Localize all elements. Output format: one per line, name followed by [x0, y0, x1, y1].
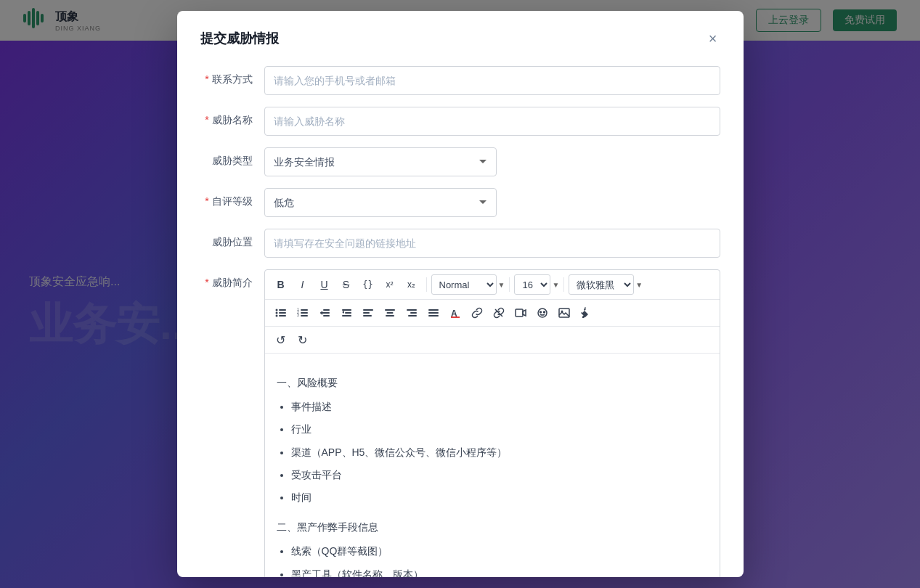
- svg-point-9: [275, 312, 277, 314]
- list-item: 受攻击平台: [291, 466, 708, 484]
- threat-location-input[interactable]: [264, 229, 720, 258]
- svg-rect-12: [301, 312, 308, 314]
- svg-text:3: 3: [297, 313, 299, 317]
- insert-emoji-button[interactable]: [532, 303, 553, 323]
- ordered-list-button[interactable]: 123: [293, 303, 313, 323]
- editor-toolbar-row2: 123: [265, 300, 720, 327]
- threat-intro-label: 威胁简介: [200, 269, 253, 290]
- editor-toolbar-row3: ↺ ↻: [265, 327, 720, 354]
- threat-intro-row: 威胁简介 B I U S {} x² x₂ Normal Heading 1 H…: [200, 269, 720, 577]
- svg-rect-22: [342, 315, 351, 317]
- svg-rect-27: [386, 312, 393, 314]
- svg-rect-17: [323, 309, 330, 311]
- list-item: 渠道（APP、H5、微信公众号、微信小程序等）: [291, 444, 708, 462]
- list-item: 时间: [291, 489, 708, 507]
- superscript-button[interactable]: x²: [380, 274, 400, 295]
- svg-rect-26: [385, 309, 395, 311]
- threat-type-select[interactable]: 业务安全情报 漏洞情报 APT情报 恶意软件: [264, 147, 497, 176]
- list-item: 行业: [291, 420, 708, 438]
- svg-point-40: [540, 311, 541, 313]
- threat-name-label: 威胁名称: [200, 107, 253, 127]
- editor-toolbar-row1: B I U S {} x² x₂ Normal Heading 1 Headin…: [265, 270, 720, 300]
- svg-rect-13: [301, 315, 308, 317]
- toolbar-separator-1: [426, 277, 427, 292]
- svg-point-41: [543, 311, 545, 313]
- threat-type-label: 威胁类型: [200, 147, 253, 168]
- section1-title: 一、风险概要: [277, 374, 708, 392]
- insert-image-button[interactable]: [554, 303, 574, 323]
- svg-rect-28: [386, 315, 394, 317]
- svg-rect-20: [342, 309, 351, 311]
- self-rating-row: 自评等级 低危 中危 高危 严重: [200, 188, 720, 217]
- indent-decrease-button[interactable]: [314, 303, 335, 323]
- svg-rect-38: [516, 309, 523, 317]
- modal-close-button[interactable]: ×: [706, 28, 720, 49]
- threat-type-row: 威胁类型 业务安全情报 漏洞情报 APT情报 恶意软件: [200, 147, 720, 176]
- clear-format-button[interactable]: [576, 303, 596, 323]
- section2-title: 二、黑产作弊手段信息: [277, 518, 708, 536]
- strikethrough-button[interactable]: S: [336, 274, 357, 295]
- svg-line-37: [495, 309, 502, 317]
- unordered-list-button[interactable]: [271, 303, 291, 323]
- subscript-button[interactable]: x₂: [402, 274, 422, 295]
- contact-row: 联系方式: [200, 66, 720, 95]
- list-item: 事件描述: [291, 398, 708, 416]
- self-rating-select[interactable]: 低危 中危 高危 严重: [264, 188, 497, 217]
- bold-button[interactable]: B: [271, 274, 291, 295]
- threat-location-label: 威胁位置: [200, 229, 253, 249]
- submit-threat-modal: 提交威胁情报 × 联系方式 威胁名称 威胁类型 业务安全情报 漏洞情报 APT情…: [177, 11, 744, 577]
- undo-button[interactable]: ↺: [271, 330, 291, 350]
- list-item: 线索（QQ群等截图）: [291, 542, 708, 560]
- svg-rect-25: [363, 315, 372, 317]
- svg-rect-36: [451, 317, 460, 318]
- threat-name-input[interactable]: [264, 107, 720, 136]
- svg-rect-24: [363, 312, 370, 314]
- font-size-select[interactable]: 16 12 14 18 24: [514, 274, 550, 295]
- svg-rect-31: [408, 315, 417, 317]
- code-button[interactable]: {}: [358, 274, 378, 295]
- svg-rect-5: [279, 309, 286, 311]
- align-center-button[interactable]: [380, 303, 400, 323]
- align-left-button[interactable]: [358, 303, 378, 323]
- section2-list: 线索（QQ群等截图） 黑产工具（软件名称、版本）: [277, 542, 708, 577]
- svg-point-10: [275, 315, 277, 317]
- svg-rect-34: [428, 315, 439, 317]
- font-family-chevron-icon: ▼: [635, 281, 643, 289]
- indent-increase-button[interactable]: [336, 303, 357, 323]
- remove-link-button[interactable]: [489, 303, 509, 323]
- underline-button[interactable]: U: [314, 274, 335, 295]
- svg-rect-7: [279, 315, 286, 317]
- rich-text-editor: B I U S {} x² x₂ Normal Heading 1 Headin…: [264, 269, 720, 577]
- text-color-button[interactable]: A: [445, 303, 465, 323]
- svg-point-39: [538, 309, 547, 317]
- align-justify-button[interactable]: [423, 303, 444, 323]
- font-style-select[interactable]: Normal Heading 1 Heading 2: [431, 274, 497, 295]
- svg-rect-29: [407, 309, 417, 311]
- modal-title: 提交威胁情报: [200, 30, 279, 47]
- toolbar-separator-2: [509, 277, 510, 292]
- editor-content-area[interactable]: 一、风险概要 事件描述 行业 渠道（APP、H5、微信公众号、微信小程序等） 受…: [265, 354, 720, 577]
- svg-rect-11: [301, 309, 308, 311]
- svg-rect-23: [363, 309, 373, 311]
- svg-point-8: [275, 309, 277, 311]
- italic-button[interactable]: I: [293, 274, 313, 295]
- svg-rect-21: [345, 312, 351, 314]
- svg-rect-33: [428, 312, 439, 314]
- svg-rect-32: [428, 309, 439, 311]
- svg-rect-6: [279, 312, 286, 314]
- threat-location-row: 威胁位置: [200, 229, 720, 258]
- contact-input[interactable]: [264, 66, 720, 95]
- font-family-select[interactable]: 微软雅黑 宋体 黑体: [569, 274, 634, 295]
- align-right-button[interactable]: [402, 303, 422, 323]
- redo-button[interactable]: ↻: [293, 330, 313, 350]
- insert-link-button[interactable]: [467, 303, 487, 323]
- font-size-chevron-icon: ▼: [552, 281, 559, 289]
- self-rating-label: 自评等级: [200, 188, 253, 208]
- contact-label: 联系方式: [200, 66, 253, 86]
- font-style-chevron-icon: ▼: [498, 281, 505, 289]
- list-item: 黑产工具（软件名称、版本）: [291, 565, 708, 578]
- section1-list: 事件描述 行业 渠道（APP、H5、微信公众号、微信小程序等） 受攻击平台 时间: [277, 398, 708, 507]
- insert-video-button[interactable]: [510, 303, 531, 323]
- svg-rect-30: [410, 312, 417, 314]
- threat-name-row: 威胁名称: [200, 107, 720, 136]
